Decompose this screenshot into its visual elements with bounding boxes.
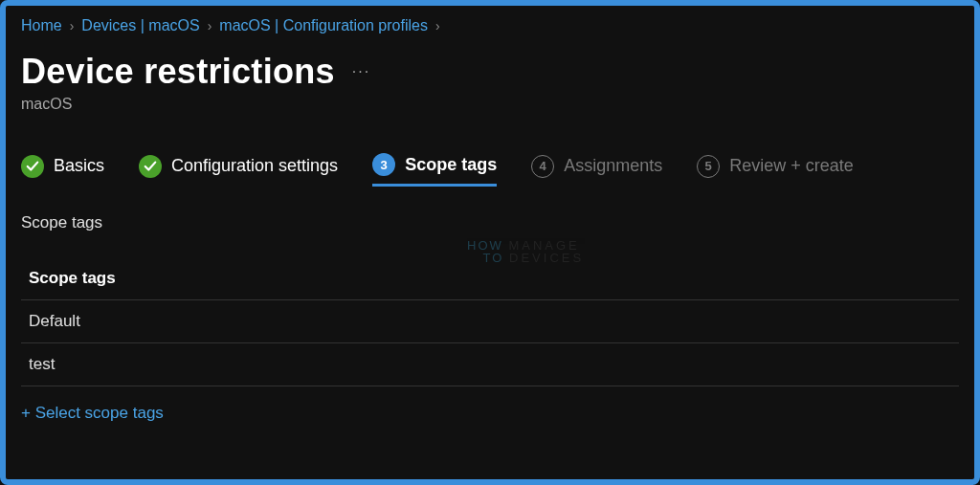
scope-tag-row[interactable]: test: [21, 343, 959, 386]
breadcrumb-devices-macos[interactable]: Devices | macOS: [81, 17, 199, 34]
step-number-icon: 5: [697, 155, 720, 178]
step-assignments[interactable]: 4 Assignments: [531, 155, 662, 186]
page-subtitle: macOS: [21, 96, 959, 113]
step-review-create[interactable]: 5 Review + create: [697, 155, 854, 186]
select-scope-tags-link[interactable]: + Select scope tags: [21, 404, 164, 423]
step-label: Configuration settings: [171, 156, 338, 176]
step-number-icon: 3: [372, 153, 395, 176]
step-label: Review + create: [729, 156, 854, 176]
chevron-right-icon: ›: [435, 18, 440, 33]
step-label: Scope tags: [405, 155, 497, 175]
more-actions-button[interactable]: ···: [352, 63, 370, 80]
step-label: Assignments: [564, 156, 662, 176]
section-label-scope-tags: Scope tags: [21, 213, 959, 232]
breadcrumb-home[interactable]: Home: [21, 17, 62, 34]
step-scope-tags[interactable]: 3 Scope tags: [372, 153, 497, 187]
step-label: Basics: [54, 156, 104, 176]
breadcrumb: Home › Devices | macOS › macOS | Configu…: [21, 15, 959, 44]
wizard-steps: Basics Configuration settings 3 Scope ta…: [21, 153, 959, 187]
page-title: Device restrictions: [21, 52, 335, 92]
chevron-right-icon: ›: [70, 18, 75, 33]
breadcrumb-config-profiles[interactable]: macOS | Configuration profiles: [219, 17, 428, 34]
step-number-icon: 4: [531, 155, 554, 178]
chevron-right-icon: ›: [208, 18, 212, 33]
step-config-settings[interactable]: Configuration settings: [139, 155, 338, 186]
scope-tag-row[interactable]: Default: [21, 300, 959, 343]
table-header-scope-tags: Scope tags: [21, 257, 959, 300]
check-icon: [139, 155, 162, 178]
check-icon: [21, 155, 44, 178]
step-basics[interactable]: Basics: [21, 155, 104, 186]
